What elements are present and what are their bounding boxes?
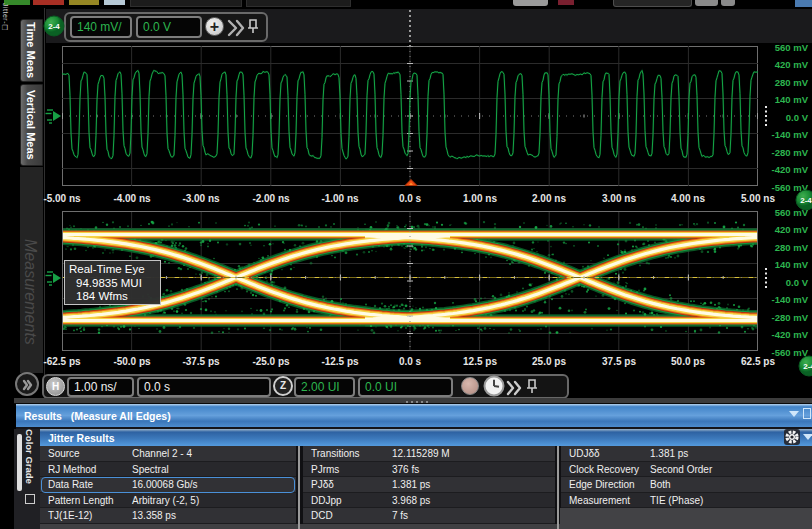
svg-text:2-4: 2-4: [48, 22, 60, 31]
svg-text:2-4: 2-4: [803, 362, 812, 371]
svg-text:2-4: 2-4: [800, 196, 812, 205]
